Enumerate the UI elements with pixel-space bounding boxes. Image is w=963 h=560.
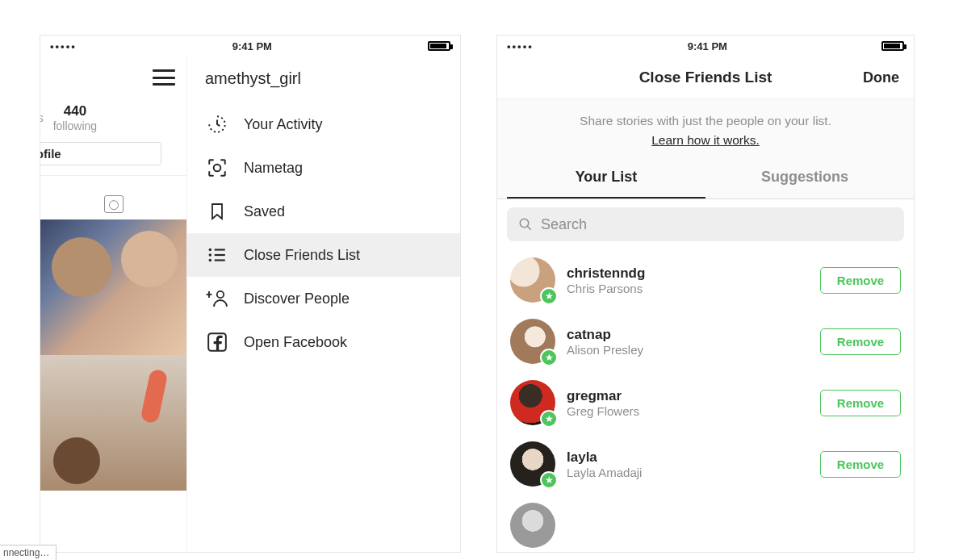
- svg-point-2: [209, 253, 211, 256]
- fullname: Layla Amadaji: [567, 466, 809, 479]
- menu-open-facebook[interactable]: Open Facebook: [187, 320, 460, 364]
- battery-icon: [881, 41, 904, 51]
- settings-panel: amethyst_girl Your Activity: [187, 56, 460, 552]
- done-button[interactable]: Done: [863, 69, 899, 86]
- following-label: following: [53, 119, 97, 132]
- close-friend-star-icon: ★: [540, 287, 558, 305]
- menu-close-friends[interactable]: Close Friends List: [187, 233, 460, 277]
- list-item: ★ catnap Alison Presley Remove: [497, 311, 914, 372]
- svg-point-0: [214, 165, 221, 172]
- avatar[interactable]: ★: [510, 319, 555, 364]
- list-item: ★ gregmar Greg Flowers Remove: [497, 372, 914, 433]
- signal-dots: •••••: [507, 40, 534, 52]
- menu-your-activity[interactable]: Your Activity: [187, 102, 460, 146]
- battery-icon: [428, 41, 450, 51]
- tagged-tab-icon[interactable]: [104, 195, 124, 213]
- panel-username: amethyst_girl: [187, 56, 460, 102]
- list-item: ★ christenndg Chris Parsons Remove: [497, 249, 914, 311]
- remove-button[interactable]: Remove: [820, 390, 901, 416]
- menu-label: Your Activity: [244, 116, 322, 133]
- following-stat[interactable]: 440 following: [53, 103, 97, 132]
- fullname: Alison Presley: [567, 343, 809, 357]
- svg-line-12: [527, 226, 531, 230]
- avatar[interactable]: ★: [510, 257, 555, 303]
- activity-icon: [205, 112, 229, 136]
- status-bar: ••••• 9:41 PM: [40, 36, 460, 56]
- fullname: Greg Flowers: [567, 404, 809, 418]
- phone-left: ••••• 9:41 PM rs 440 following: [40, 36, 460, 552]
- fullname: Chris Parsons: [567, 282, 809, 295]
- remove-button[interactable]: Remove: [820, 267, 901, 294]
- nametag-icon: [205, 156, 229, 180]
- header-section: Share stories with just the people on yo…: [497, 98, 914, 199]
- list-icon: [205, 243, 229, 267]
- avatar[interactable]: ★: [510, 441, 555, 487]
- hamburger-icon[interactable]: [153, 69, 175, 86]
- signal-dots: •••••: [50, 40, 77, 52]
- close-friend-star-icon: ★: [540, 349, 558, 366]
- list-item: [497, 495, 914, 552]
- grid-photo[interactable]: [40, 219, 187, 355]
- status-bar: ••••• 9:41 PM: [497, 36, 914, 56]
- edit-profile-button-partial[interactable]: rofile: [40, 142, 161, 165]
- add-person-icon: [205, 286, 229, 311]
- close-friend-star-icon: ★: [540, 471, 558, 489]
- bookmark-icon: [205, 199, 229, 224]
- menu-nametag[interactable]: Nametag: [187, 146, 460, 190]
- list-item: ★ layla Layla Amadaji Remove: [497, 433, 914, 495]
- close-friend-star-icon: ★: [540, 410, 558, 428]
- status-time: 9:41 PM: [232, 40, 272, 52]
- svg-point-3: [209, 259, 211, 261]
- search-icon: [518, 217, 533, 232]
- username[interactable]: gregmar: [567, 388, 809, 404]
- username[interactable]: catnap: [567, 327, 809, 343]
- menu-label: Open Facebook: [244, 334, 347, 351]
- username[interactable]: christenndg: [567, 265, 809, 282]
- svg-point-9: [217, 291, 224, 298]
- status-time: 9:41 PM: [688, 40, 727, 52]
- menu-label: Saved: [244, 203, 285, 220]
- subtitle-text: Share stories with just the people on yo…: [507, 114, 904, 128]
- remove-button[interactable]: Remove: [820, 328, 901, 355]
- followers-stat-partial: rs: [40, 111, 44, 124]
- svg-point-1: [209, 249, 211, 251]
- tabs: Your List Suggestions: [507, 159, 904, 199]
- remove-button[interactable]: Remove: [820, 451, 901, 478]
- menu-saved[interactable]: Saved: [187, 190, 460, 233]
- username[interactable]: layla: [567, 449, 809, 466]
- menu-label: Close Friends List: [244, 247, 360, 264]
- tab-your-list[interactable]: Your List: [507, 159, 706, 199]
- menu-discover-people[interactable]: Discover People: [187, 277, 460, 320]
- friends-list: ★ christenndg Chris Parsons Remove ★ cat…: [497, 249, 914, 552]
- grid-photo[interactable]: [40, 355, 187, 491]
- phone-right: ••••• 9:41 PM Close Friends List Done Sh…: [497, 36, 914, 552]
- avatar[interactable]: ★: [510, 380, 555, 425]
- avatar[interactable]: [510, 503, 555, 548]
- learn-link[interactable]: Learn how it works.: [507, 133, 904, 148]
- profile-underlay: rs 440 following rofile: [40, 56, 187, 552]
- menu-label: Nametag: [244, 160, 303, 177]
- tab-suggestions[interactable]: Suggestions: [706, 159, 904, 199]
- nav-bar: Close Friends List Done: [497, 56, 914, 98]
- browser-status-text: nnecting…: [0, 545, 57, 560]
- following-count: 440: [53, 103, 97, 119]
- menu-label: Discover People: [244, 290, 350, 307]
- svg-point-11: [520, 219, 529, 228]
- facebook-icon: [205, 330, 229, 354]
- search-placeholder: Search: [541, 216, 587, 233]
- profile-grid: [40, 219, 186, 491]
- page-title: Close Friends List: [639, 69, 772, 86]
- search-input[interactable]: Search: [507, 207, 904, 241]
